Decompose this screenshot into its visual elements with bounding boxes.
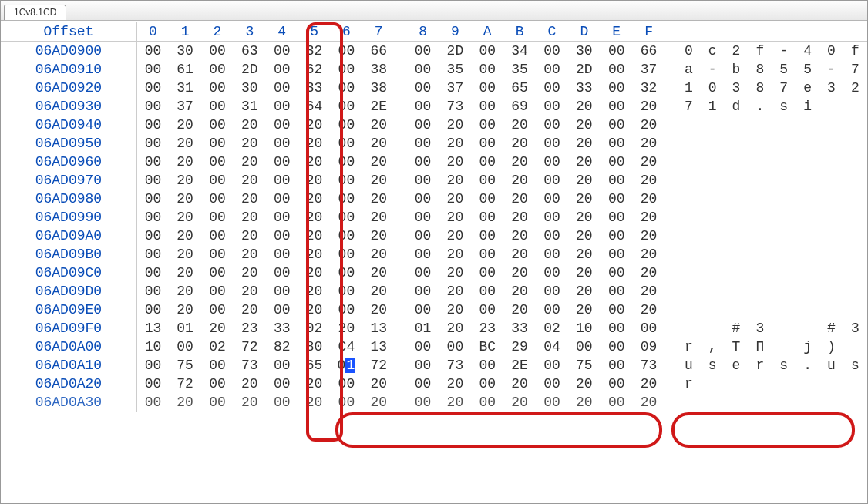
hex-cell[interactable]: 00 bbox=[536, 227, 568, 245]
ascii-cell[interactable] bbox=[819, 393, 843, 412]
hex-cell[interactable]: 20 bbox=[633, 153, 665, 171]
hex-cell[interactable]: 30 bbox=[234, 79, 266, 97]
hex-row[interactable]: 06AD0A1000750073006501720073002E00750073… bbox=[1, 356, 867, 375]
hex-cell[interactable]: 00 bbox=[407, 393, 439, 412]
hex-cell[interactable]: 20 bbox=[633, 375, 665, 393]
hex-row[interactable]: 06AD097000200020002000200020002000200020 bbox=[1, 171, 867, 190]
hex-cell[interactable]: 20 bbox=[503, 134, 536, 153]
hex-cell[interactable]: 00 bbox=[536, 375, 568, 393]
hex-row[interactable]: 06AD0930003700310064002E0073006900200020… bbox=[1, 97, 867, 116]
hex-cell[interactable]: 00 bbox=[266, 227, 298, 245]
ascii-cell[interactable]: s bbox=[772, 356, 796, 375]
hex-cell[interactable]: 00 bbox=[568, 338, 601, 356]
hex-cell[interactable]: 00 bbox=[633, 319, 665, 338]
ascii-cell[interactable] bbox=[843, 301, 867, 319]
ascii-cell[interactable] bbox=[843, 264, 867, 282]
hex-cell[interactable]: 20 bbox=[633, 282, 665, 301]
ascii-cell[interactable] bbox=[677, 301, 701, 319]
hex-cell[interactable]: 00 bbox=[601, 134, 633, 153]
hex-cell[interactable]: 20 bbox=[362, 116, 395, 134]
hex-row[interactable]: 06AD0A00100002728280C4130000BC2904000009… bbox=[1, 338, 867, 356]
hex-cell[interactable]: 00 bbox=[266, 153, 298, 171]
hex-cell[interactable]: 00 bbox=[266, 264, 298, 282]
hex-cell[interactable]: 20 bbox=[169, 227, 201, 245]
hex-cell[interactable]: 20 bbox=[439, 190, 471, 208]
ascii-cell[interactable]: e bbox=[796, 79, 819, 97]
hex-cell[interactable]: 20 bbox=[503, 375, 536, 393]
ascii-cell[interactable] bbox=[701, 264, 725, 282]
hex-cell[interactable]: 65 bbox=[298, 356, 331, 375]
ascii-cell[interactable] bbox=[772, 190, 796, 208]
ascii-cell[interactable] bbox=[748, 227, 772, 245]
hex-cell[interactable]: 20 bbox=[234, 282, 266, 301]
hex-cell[interactable]: 00 bbox=[407, 338, 439, 356]
hex-cell[interactable]: 00 bbox=[471, 97, 503, 116]
ascii-cell[interactable] bbox=[748, 245, 772, 264]
hex-cell[interactable]: 73 bbox=[439, 356, 471, 375]
hex-cell[interactable]: 20 bbox=[633, 393, 665, 412]
hex-cell[interactable]: 75 bbox=[169, 356, 201, 375]
hex-cell[interactable]: 20 bbox=[169, 190, 201, 208]
hex-cell[interactable]: 00 bbox=[601, 356, 633, 375]
ascii-cell[interactable] bbox=[843, 116, 867, 134]
hex-cell[interactable]: 20 bbox=[568, 393, 601, 412]
ascii-cell[interactable]: # bbox=[819, 319, 843, 338]
ascii-cell[interactable] bbox=[772, 393, 796, 412]
hex-row[interactable]: 06AD0A3000200020002000200020002000200020 bbox=[1, 393, 867, 412]
hex-cell[interactable]: 32 bbox=[298, 42, 331, 61]
hex-cell[interactable]: 00 bbox=[201, 282, 234, 301]
ascii-cell[interactable]: - bbox=[772, 42, 796, 61]
hex-cell[interactable]: 02 bbox=[298, 319, 331, 338]
hex-cell[interactable]: BC bbox=[471, 338, 503, 356]
ascii-cell[interactable] bbox=[701, 116, 725, 134]
ascii-cell[interactable] bbox=[748, 116, 772, 134]
tab-file[interactable]: 1Cv8.1CD bbox=[4, 5, 66, 20]
hex-cell[interactable]: 20 bbox=[362, 153, 395, 171]
hex-cell[interactable]: 20 bbox=[169, 134, 201, 153]
hex-row[interactable]: 06AD09A000200020002000200020002000200020 bbox=[1, 227, 867, 245]
hex-cell[interactable]: 20 bbox=[234, 116, 266, 134]
ascii-cell[interactable]: 8 bbox=[748, 79, 772, 97]
hex-cell[interactable]: 00 bbox=[136, 153, 169, 171]
hex-cell[interactable]: 20 bbox=[362, 171, 395, 190]
hex-cell[interactable]: 29 bbox=[503, 338, 536, 356]
hex-cell[interactable]: 00 bbox=[201, 153, 234, 171]
hex-cell[interactable]: 00 bbox=[536, 245, 568, 264]
hex-cell[interactable]: 72 bbox=[362, 356, 395, 375]
ascii-cell[interactable] bbox=[796, 393, 819, 412]
hex-cell[interactable]: 20 bbox=[568, 264, 601, 282]
hex-cell[interactable]: 32 bbox=[633, 79, 665, 97]
hex-cell[interactable]: 20 bbox=[439, 282, 471, 301]
hex-cell[interactable]: 72 bbox=[169, 375, 201, 393]
hex-cell[interactable]: 00 bbox=[136, 79, 169, 97]
hex-cell[interactable]: 02 bbox=[201, 338, 234, 356]
ascii-cell[interactable] bbox=[701, 171, 725, 190]
hex-cell[interactable]: 00 bbox=[536, 282, 568, 301]
ascii-cell[interactable] bbox=[796, 227, 819, 245]
hex-cell[interactable]: 00 bbox=[330, 171, 362, 190]
hex-cell[interactable]: 00 bbox=[536, 42, 568, 61]
hex-cell[interactable]: 00 bbox=[136, 264, 169, 282]
ascii-cell[interactable] bbox=[819, 134, 843, 153]
hex-cell[interactable]: 20 bbox=[169, 393, 201, 412]
ascii-cell[interactable] bbox=[677, 227, 701, 245]
hex-cell[interactable]: 00 bbox=[136, 227, 169, 245]
hex-cell[interactable]: 00 bbox=[136, 116, 169, 134]
hex-cell[interactable]: 00 bbox=[471, 153, 503, 171]
hex-cell[interactable]: 00 bbox=[330, 301, 362, 319]
hex-cell[interactable]: 00 bbox=[201, 116, 234, 134]
ascii-cell[interactable] bbox=[725, 282, 749, 301]
hex-row[interactable]: 06AD09C000200020002000200020002000200020 bbox=[1, 264, 867, 282]
hex-cell[interactable]: 20 bbox=[169, 301, 201, 319]
hex-cell[interactable]: 61 bbox=[169, 60, 201, 79]
hex-cell[interactable]: 00 bbox=[407, 282, 439, 301]
hex-cell[interactable]: 20 bbox=[503, 190, 536, 208]
ascii-cell[interactable] bbox=[772, 134, 796, 153]
ascii-cell[interactable]: - bbox=[819, 60, 843, 79]
ascii-cell[interactable] bbox=[819, 227, 843, 245]
ascii-cell[interactable] bbox=[796, 116, 819, 134]
hex-cell[interactable]: 00 bbox=[407, 208, 439, 227]
hex-cell[interactable]: 20 bbox=[633, 264, 665, 282]
hex-cell[interactable]: 20 bbox=[234, 171, 266, 190]
ascii-cell[interactable]: 4 bbox=[796, 42, 819, 61]
